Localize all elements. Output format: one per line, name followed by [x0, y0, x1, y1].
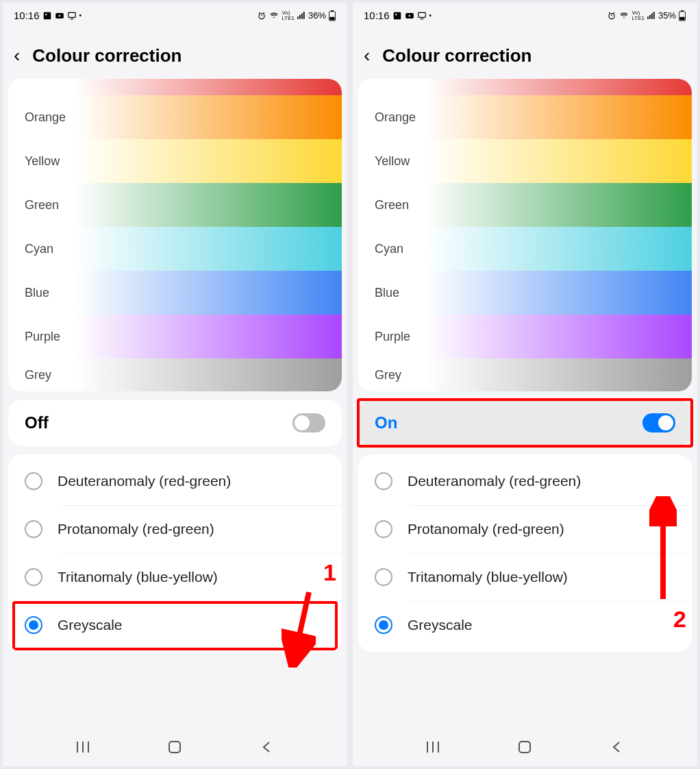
- toggle-label: On: [375, 413, 397, 432]
- youtube-icon: [55, 11, 64, 21]
- option-label: Greyscale: [58, 617, 123, 633]
- color-label-green: Green: [358, 198, 427, 212]
- option-label: Tritanomaly (blue-yellow): [58, 569, 218, 585]
- svg-rect-12: [299, 14, 301, 19]
- status-bar: 10:16 • Vo)LTE1 36%: [3, 3, 347, 25]
- correction-options: Deuteranomaly (red-green) Protanomaly (r…: [358, 454, 692, 652]
- color-label-green: Green: [8, 198, 77, 212]
- color-label-yellow: Yellow: [358, 154, 427, 169]
- nav-bar: [3, 729, 347, 766]
- wifi-icon: [268, 11, 279, 21]
- alarm-icon: [257, 11, 266, 21]
- svg-rect-0: [43, 12, 51, 19]
- option-tritanomaly[interactable]: Tritanomaly (blue-yellow): [358, 553, 692, 601]
- svg-point-25: [395, 14, 397, 15]
- svg-point-6: [259, 13, 264, 19]
- more-dot: •: [429, 12, 432, 19]
- battery-icon: [328, 10, 336, 21]
- svg-rect-11: [297, 16, 299, 19]
- correction-options: Deuteranomaly (red-green) Protanomaly (r…: [8, 454, 342, 652]
- phone-screen-right: 10:16 • Vo)LTE1 35% ‹ Colour correction …: [353, 3, 697, 766]
- back-button[interactable]: ‹: [364, 45, 370, 66]
- color-label-grey: Grey: [8, 368, 77, 382]
- color-label-blue: Blue: [8, 286, 77, 300]
- toggle-switch[interactable]: [292, 413, 325, 432]
- svg-rect-24: [393, 12, 401, 19]
- option-label: Protanomaly (red-green): [408, 521, 564, 537]
- nav-recent[interactable]: [426, 740, 440, 757]
- color-label-blue: Blue: [358, 286, 427, 300]
- option-deuteranomaly[interactable]: Deuteranomaly (red-green): [358, 457, 692, 505]
- option-protanomaly[interactable]: Protanomaly (red-green): [8, 505, 342, 553]
- volte-icon: Vo)LTE1: [282, 10, 295, 21]
- back-button[interactable]: ‹: [14, 45, 20, 66]
- page-title: Colour correction: [382, 45, 532, 66]
- volte-icon: Vo)LTE1: [632, 10, 645, 21]
- option-greyscale[interactable]: Greyscale: [358, 601, 692, 649]
- nav-home[interactable]: [518, 740, 532, 757]
- svg-rect-16: [331, 10, 334, 12]
- toggle-switch[interactable]: [642, 413, 675, 432]
- youtube-icon: [405, 11, 414, 21]
- svg-rect-35: [647, 16, 649, 19]
- color-label-yellow: Yellow: [8, 154, 77, 169]
- radio-icon: [25, 520, 42, 538]
- svg-rect-41: [679, 16, 684, 19]
- battery-text: 35%: [658, 10, 676, 21]
- svg-rect-28: [418, 12, 425, 17]
- status-bar: 10:16 • Vo)LTE1 35%: [353, 3, 697, 25]
- color-preview: Red Orange Yellow Green Cyan Blue Purple…: [358, 79, 692, 391]
- nav-recent[interactable]: [76, 740, 90, 757]
- svg-rect-37: [651, 13, 653, 19]
- option-label: Protanomaly (red-green): [58, 521, 214, 537]
- svg-rect-17: [329, 16, 334, 19]
- battery-icon: [678, 10, 686, 21]
- radio-icon: [25, 568, 42, 586]
- color-label-red: Red: [8, 79, 77, 81]
- svg-rect-14: [303, 12, 305, 19]
- screen-icon: [417, 11, 427, 21]
- radio-icon: [25, 616, 42, 634]
- color-label-grey: Grey: [358, 368, 427, 382]
- svg-rect-4: [68, 12, 75, 17]
- status-time: 10:16: [364, 10, 390, 21]
- svg-point-1: [45, 14, 47, 15]
- option-label: Greyscale: [408, 617, 473, 633]
- phone-screen-left: 10:16 • Vo)LTE1 36% ‹ Colour correction …: [3, 3, 347, 766]
- page-header: ‹ Colour correction: [3, 25, 347, 79]
- color-label-orange: Orange: [358, 110, 427, 125]
- svg-point-30: [609, 13, 614, 19]
- option-deuteranomaly[interactable]: Deuteranomaly (red-green): [8, 457, 342, 505]
- wifi-icon: [618, 11, 629, 21]
- master-toggle-row[interactable]: Off: [8, 400, 342, 446]
- color-label-purple: Purple: [358, 330, 427, 344]
- more-dot: •: [79, 12, 82, 19]
- color-label-cyan: Cyan: [358, 242, 427, 256]
- radio-icon: [375, 520, 392, 538]
- option-tritanomaly[interactable]: Tritanomaly (blue-yellow): [8, 553, 342, 601]
- signal-icon: [647, 11, 656, 21]
- radio-icon: [25, 472, 42, 490]
- svg-rect-21: [169, 742, 180, 753]
- svg-point-34: [624, 16, 625, 18]
- radio-icon: [375, 472, 392, 490]
- svg-rect-36: [649, 14, 651, 19]
- signal-icon: [297, 11, 306, 21]
- page-title: Colour correction: [32, 45, 182, 66]
- nav-back[interactable]: [610, 740, 624, 757]
- option-label: Deuteranomaly (red-green): [408, 473, 581, 489]
- nav-back[interactable]: [260, 740, 274, 757]
- gallery-icon: [42, 11, 52, 21]
- color-label-cyan: Cyan: [8, 242, 77, 256]
- color-label-red: Red: [358, 79, 427, 81]
- master-toggle-row[interactable]: On: [358, 400, 692, 446]
- color-label-purple: Purple: [8, 330, 77, 344]
- svg-rect-40: [681, 10, 684, 12]
- nav-bar: [353, 729, 697, 766]
- option-protanomaly[interactable]: Protanomaly (red-green): [358, 505, 692, 553]
- status-time: 10:16: [14, 10, 40, 21]
- color-label-orange: Orange: [8, 110, 77, 125]
- gallery-icon: [392, 11, 402, 21]
- nav-home[interactable]: [168, 740, 182, 757]
- option-greyscale[interactable]: Greyscale: [8, 601, 342, 649]
